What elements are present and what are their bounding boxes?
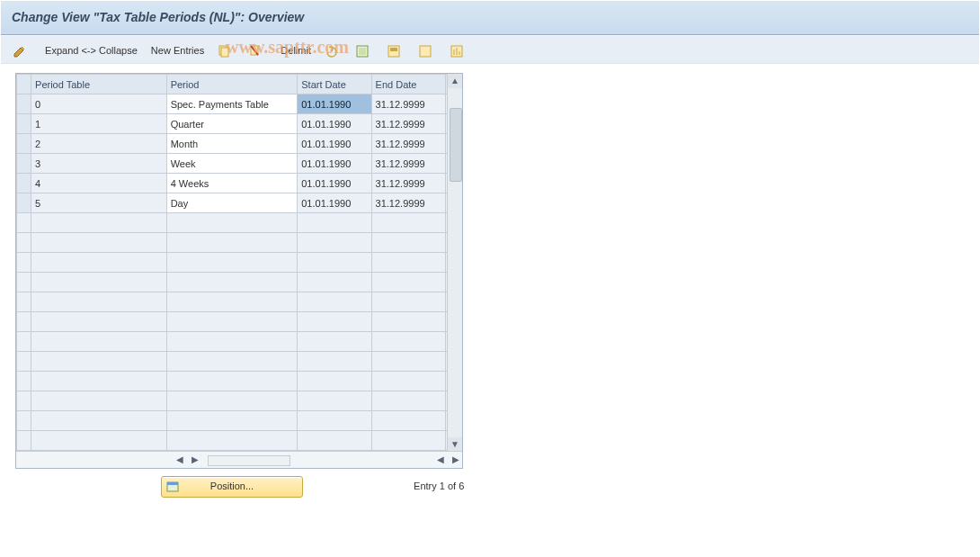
horizontal-scrollbar[interactable]: ◀ ▶ ◀ ▶	[16, 451, 462, 468]
table-row-empty: ....	[17, 372, 462, 391]
svg-rect-5	[359, 48, 366, 55]
table-row-empty: ....	[17, 273, 462, 292]
position-button-label: Position...	[210, 481, 254, 491]
svg-rect-1	[221, 48, 228, 57]
scroll-down-icon[interactable]: ▼	[448, 437, 462, 452]
copy-icon[interactable]	[212, 40, 236, 61]
table-row-empty: ....	[17, 332, 462, 352]
cell-period[interactable]: Day	[166, 193, 298, 213]
table-row[interactable]: 2Month01.01.199031.12.9999	[17, 134, 462, 154]
table-container: Period Table Period Start Date End Date …	[15, 73, 463, 469]
table-row[interactable]: 44 Weeks01.01.199031.12.9999	[17, 174, 462, 193]
cell-start-date[interactable]: 01.01.1990	[298, 154, 371, 174]
table-row-empty: ....	[17, 233, 462, 253]
cell-period[interactable]: 4 Weeks	[166, 174, 298, 193]
cell-start-date[interactable]: 01.01.1990	[298, 174, 371, 193]
cell-end-date[interactable]: 31.12.9999	[371, 154, 445, 174]
cell-period-table[interactable]: 0	[31, 94, 167, 114]
scroll-thumb[interactable]	[450, 108, 462, 182]
cell-end-date[interactable]: 31.12.9999	[371, 94, 445, 114]
table-row[interactable]: 5Day01.01.199031.12.9999	[17, 193, 462, 213]
cell-start-date[interactable]: 01.01.1990	[298, 94, 371, 114]
col-period-table[interactable]: Period Table	[31, 75, 167, 94]
edit-tool-icon[interactable]	[8, 40, 31, 61]
table-row-empty: ....	[17, 213, 462, 233]
cell-end-date[interactable]: 31.12.9999	[371, 134, 445, 154]
row-selector[interactable]	[17, 154, 31, 174]
cell-start-date[interactable]: 01.01.1990	[298, 134, 371, 154]
table-row-empty: ....	[17, 312, 462, 332]
expand-collapse-button[interactable]: Expand <-> Collapse	[40, 40, 143, 60]
delete-icon[interactable]	[244, 40, 267, 61]
table-row[interactable]: 1Quarter01.01.199031.12.9999	[17, 114, 462, 134]
table-row[interactable]: 3Week01.01.199031.12.9999	[17, 154, 462, 174]
footer-row: Position... Entry 1 of 6	[1, 476, 979, 498]
cell-period-table[interactable]: 3	[31, 154, 167, 174]
table-row-empty: ....	[17, 391, 462, 411]
table-header-row: Period Table Period Start Date End Date	[17, 75, 462, 94]
deselect-all-icon[interactable]	[414, 40, 437, 61]
undo-icon[interactable]	[319, 40, 343, 61]
row-selector[interactable]	[17, 134, 31, 154]
cell-end-date[interactable]: 31.12.9999	[371, 114, 445, 134]
row-selector[interactable]	[17, 94, 31, 114]
row-selector[interactable]	[17, 174, 31, 193]
toolbar: Expand <-> Collapse New Entries Delimit	[1, 35, 979, 64]
table-row[interactable]: 0Spec. Payments Table01.01.199031.12.999…	[17, 94, 462, 114]
svg-rect-8	[420, 46, 431, 57]
row-selector-header[interactable]	[17, 75, 31, 94]
delimit-button[interactable]: Delimit	[275, 40, 316, 60]
scroll-up-icon[interactable]: ▲	[448, 74, 462, 88]
tax-table-grid[interactable]: Period Table Period Start Date End Date …	[16, 74, 462, 451]
cell-period-table[interactable]: 1	[31, 114, 167, 134]
titlebar: Change View "Tax Table Periods (NL)": Ov…	[1, 1, 979, 35]
row-selector[interactable]	[17, 193, 31, 213]
new-entries-button[interactable]: New Entries	[146, 40, 209, 60]
cell-period-table[interactable]: 5	[31, 193, 167, 213]
select-block-icon[interactable]	[382, 40, 405, 61]
svg-rect-13	[167, 482, 178, 485]
configure-icon[interactable]	[445, 40, 468, 61]
page-title: Change View "Tax Table Periods (NL)": Ov…	[12, 10, 968, 24]
cell-period[interactable]: Week	[166, 154, 298, 174]
vertical-scrollbar[interactable]: ▲ ▼	[447, 74, 462, 452]
cell-period[interactable]: Quarter	[166, 114, 298, 134]
hscroll-right-icon[interactable]: ▶	[189, 452, 201, 468]
cell-start-date[interactable]: 01.01.1990	[298, 114, 371, 134]
table-row-empty: ....	[17, 411, 462, 431]
table-body: 0Spec. Payments Table01.01.199031.12.999…	[17, 94, 462, 451]
cell-end-date[interactable]: 31.12.9999	[371, 193, 445, 213]
cell-period-table[interactable]: 4	[31, 174, 167, 193]
position-button[interactable]: Position...	[161, 476, 303, 498]
cell-period[interactable]: Month	[166, 134, 298, 154]
cell-period-table[interactable]: 2	[31, 134, 167, 154]
table-row-empty: ....	[17, 431, 462, 451]
cell-start-date[interactable]: 01.01.1990	[298, 193, 371, 213]
table-row-empty: ....	[17, 292, 462, 312]
hscroll-left-icon[interactable]: ◀	[174, 452, 186, 468]
col-period[interactable]: Period	[166, 75, 298, 94]
entry-counter: Entry 1 of 6	[414, 481, 464, 491]
cell-end-date[interactable]: 31.12.9999	[371, 174, 445, 193]
row-selector[interactable]	[17, 114, 31, 134]
position-icon	[165, 480, 180, 494]
table-row-empty: ....	[17, 253, 462, 273]
cell-period[interactable]: Spec. Payments Table	[166, 94, 298, 114]
hscroll-right2-icon[interactable]: ▶	[450, 452, 462, 468]
col-start-date[interactable]: Start Date	[298, 75, 371, 94]
select-all-icon[interactable]	[351, 40, 374, 61]
table-row-empty: ....	[17, 352, 462, 372]
svg-rect-7	[390, 48, 397, 51]
hscroll-left2-icon[interactable]: ◀	[434, 452, 447, 468]
hscroll-track[interactable]	[208, 455, 290, 466]
col-end-date[interactable]: End Date	[371, 75, 445, 94]
